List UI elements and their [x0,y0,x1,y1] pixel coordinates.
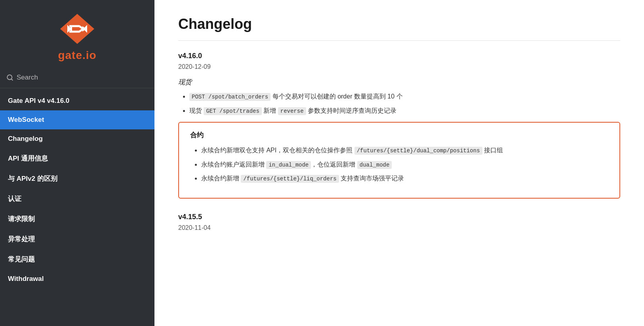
logo-area: gate.io [0,0,154,70]
sidebar-item-changelog[interactable]: Changelog [0,129,154,148]
change-item-futures-section-2: 永续合约新增 /futures/{settle}/liq_orders 支持查询… [201,173,608,184]
highlighted-section-futures-section: 合约永续合约新增双仓支持 API，双仓相关的仓位操作参照 /futures/{s… [178,122,620,199]
page-title: Changelog [178,16,620,41]
sidebar-item-withdrawal[interactable]: Withdrawal [0,269,154,288]
change-list-futures-section: 永续合约新增双仓支持 API，双仓相关的仓位操作参照 /futures/{set… [190,145,608,184]
version-date-v4-16-0: 2020-12-09 [178,63,620,70]
nav-items: Gate API v4 v4.16.0WebSocketChangelogAPI… [0,88,154,288]
section-subtitle-spot-section: 现货 [178,78,620,87]
version-label-v4-15-5: v4.15.5 [178,213,620,221]
sidebar-item-faq[interactable]: 常见问题 [0,249,154,269]
search-box[interactable]: Search [6,74,148,82]
version-label-v4-16-0: v4.16.0 [178,52,620,60]
svg-line-6 [11,79,12,80]
sidebar-item-websocket[interactable]: WebSocket [0,110,154,129]
section-spot-section: 现货POST /spot/batch_orders 每个交易对可以创建的 ord… [178,78,620,116]
sidebar: gate.io Search Gate API v4 v4.16.0WebSoc… [0,0,154,326]
sidebar-item-gate-api[interactable]: Gate API v4 v4.16.0 [0,91,154,110]
logo-text: gate.io [58,49,96,62]
change-list-spot-section: POST /spot/batch_orders 每个交易对可以创建的 order… [178,91,620,116]
change-item-spot-section-1: 现货 GET /spot/trades 新增 reverse 参数支持时间逆序查… [189,106,620,116]
change-item-futures-section-0: 永续合约新增双仓支持 API，双仓相关的仓位操作参照 /futures/{set… [201,145,608,155]
section-subtitle-futures-section: 合约 [190,131,608,140]
version-v4-16-0: v4.16.02020-12-09现货POST /spot/batch_orde… [178,52,620,199]
change-item-futures-section-1: 永续合约账户返回新增 in_dual_mode，仓位返回新增 dual_mode [201,159,608,170]
version-date-v4-15-5: 2020-11-04 [178,224,620,231]
inline-code: GET /spot/trades [204,107,261,115]
sidebar-item-auth[interactable]: 认证 [0,189,154,209]
inline-code: /futures/{settle}/dual_comp/positions [354,147,482,155]
sidebar-item-rate-limit[interactable]: 请求限制 [0,209,154,229]
change-item-spot-section-0: POST /spot/batch_orders 每个交易对可以创建的 order… [189,91,620,102]
search-area[interactable]: Search [0,70,154,88]
search-icon [6,74,13,81]
main-content: Changelog v4.16.02020-12-09现货POST /spot/… [154,0,644,326]
versions-container: v4.16.02020-12-09现货POST /spot/batch_orde… [178,52,620,231]
sidebar-item-error-handling[interactable]: 异常处理 [0,229,154,249]
sidebar-item-apiv2-diff[interactable]: 与 APIv2 的区别 [0,169,154,189]
search-placeholder-text: Search [17,74,38,82]
version-v4-15-5: v4.15.52020-11-04 [178,213,620,231]
sidebar-item-api-general[interactable]: API 通用信息 [0,148,154,169]
logo-icon [57,11,97,47]
inline-code: /futures/{settle}/liq_orders [241,175,339,183]
inline-code: reverse [278,107,306,115]
inline-code: in_dual_mode [266,161,311,169]
svg-marker-0 [60,14,94,44]
inline-code: POST /spot/batch_orders [189,93,271,101]
inline-code: dual_mode [357,161,392,169]
